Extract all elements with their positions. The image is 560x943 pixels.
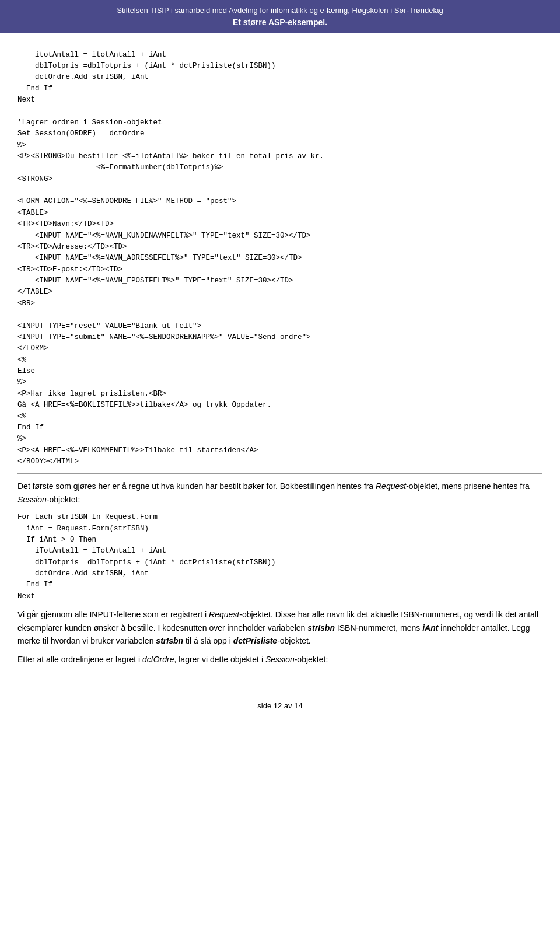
prose-1-text: Det første som gjøres her er å regne ut …: [18, 481, 376, 491]
page-header: Stiftelsen TISIP i samarbeid med Avdelin…: [0, 0, 560, 33]
page-footer: side 12 av 14: [0, 701, 560, 722]
code-block-1: itotAntall = itotAntall + iAnt dblTotpri…: [18, 50, 542, 468]
prose-1-end: -objektet:: [47, 495, 80, 504]
prose-2-mid2: ISBN-nummeret, mens: [335, 623, 422, 633]
header-line1: Stiftelsen TISIP i samarbeid med Avdelin…: [6, 5, 554, 16]
main-content: itotAntall = itotAntall + iAnt dblTotpri…: [0, 33, 560, 690]
prose-2-text: Vi går gjennom alle INPUT-feltene som er…: [18, 610, 209, 619]
prose-2-strIsbn2: strIsbn: [156, 636, 183, 645]
prose-paragraph-3: Etter at alle ordrelinjene er lagret i d…: [18, 653, 542, 666]
prose-3-italic: dctOrdre: [142, 655, 174, 664]
prose-1-mid: -objektet, mens prisene hentes fra: [406, 481, 530, 491]
prose-3-end: , lagrer vi dette objektet i: [174, 655, 265, 664]
prose-paragraph-2: Vi går gjennom alle INPUT-feltene som er…: [18, 608, 542, 647]
prose-1-italic1: Request: [376, 481, 406, 491]
prose-3-italic2: Session: [265, 655, 295, 664]
code-block-2: For Each strISBN In Request.Form iAnt = …: [18, 512, 542, 602]
prose-2-iAnt: iAnt: [422, 623, 438, 633]
prose-2-dctPrisliste: dctPrisliste: [233, 636, 277, 645]
footer-text: side 12 av 14: [257, 701, 302, 710]
prose-3-text: Etter at alle ordrelinjene er lagret i: [18, 655, 142, 664]
header-line2: Et større ASP-eksempel.: [6, 16, 554, 29]
prose-2-mid4: til å slå opp i: [183, 636, 233, 645]
prose-2-end2: -objektet.: [277, 636, 311, 645]
prose-1-italic2: Session: [18, 495, 47, 504]
prose-2-italic: Request: [209, 610, 239, 619]
prose-3-end2: -objektet:: [295, 655, 328, 664]
divider-1: [18, 473, 542, 474]
prose-paragraph-1: Det første som gjøres her er å regne ut …: [18, 480, 542, 506]
prose-2-strIsbn: strIsbn: [307, 623, 335, 633]
